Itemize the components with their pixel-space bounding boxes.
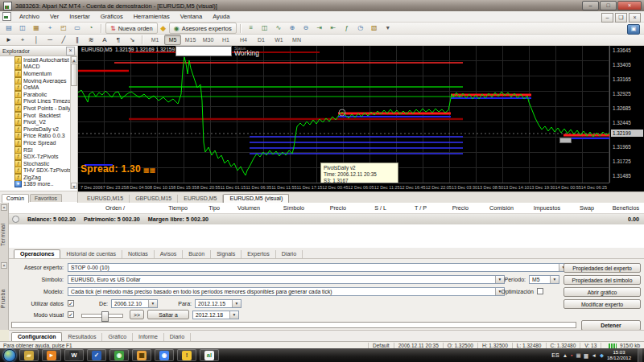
- drawing-tool-icon[interactable]: ∥: [71, 35, 84, 46]
- toolbar-icon[interactable]: ⇥: [313, 23, 326, 34]
- timeframe-m5[interactable]: M5: [164, 35, 181, 45]
- taskbar-app-button[interactable]: W: [64, 349, 84, 361]
- mdi-restore-button[interactable]: ❏: [615, 13, 627, 23]
- toolbar-icon[interactable]: ◔: [85, 23, 97, 34]
- mdi-close-button[interactable]: ×: [629, 13, 641, 23]
- timeframe-m15[interactable]: M15: [182, 35, 199, 45]
- terminal-side-tab[interactable]: Terminal: [0, 214, 8, 256]
- indicator-item[interactable]: ƒ Pivot Lines Timezone: [14, 98, 72, 105]
- toolbar-icon[interactable]: ◫: [258, 23, 271, 34]
- column-header[interactable]: Volumen: [225, 204, 265, 212]
- tester-tab-configuracion[interactable]: Configuración: [11, 332, 62, 341]
- skip-button[interactable]: >>: [130, 310, 144, 319]
- drawing-tool-icon[interactable]: ╱: [57, 35, 70, 46]
- terminal-tab-noticias[interactable]: Noticias: [122, 250, 155, 258]
- indicator-item[interactable]: ƒ Price Ratio 0.0.3: [14, 133, 72, 140]
- tester-tab-informe[interactable]: Informe: [133, 333, 164, 341]
- timeframe-w1[interactable]: W1: [270, 35, 287, 45]
- toolbar-icon[interactable]: ◷: [354, 23, 367, 34]
- column-header[interactable]: Símbolo: [265, 204, 309, 212]
- indicator-item[interactable]: ƒ Momentum: [14, 70, 72, 77]
- from-date-select[interactable]: 2006.12.10▾: [111, 299, 158, 308]
- modify-expert-button[interactable]: Modificar experto: [564, 299, 641, 309]
- taskbar-app-button[interactable]: ✓: [87, 349, 106, 361]
- toolbar-icon[interactable]: ≡: [245, 23, 258, 34]
- timeframe-mn[interactable]: MN: [288, 35, 305, 45]
- column-header[interactable]: Tipo: [192, 204, 225, 212]
- menu-herramientas[interactable]: Herramientas: [129, 12, 175, 21]
- model-select[interactable]: Cada tick (el método más preciso basado …: [68, 287, 505, 296]
- toolbar-icon[interactable]: +: [43, 23, 56, 34]
- indicator-item[interactable]: ƒ Moving Averages: [14, 77, 72, 84]
- navigator-scrollbar[interactable]: ▲ ▼: [70, 56, 77, 189]
- drawing-tool-icon[interactable]: ↘: [126, 35, 138, 46]
- scroll-thumb[interactable]: [71, 64, 77, 86]
- period-select[interactable]: M5▾: [529, 275, 559, 284]
- toolbar-icon[interactable]: ◰: [57, 23, 70, 34]
- taskbar-app-button[interactable]: !: [177, 349, 196, 361]
- to-date-select[interactable]: 2012.12.15▾: [195, 299, 242, 308]
- terminal-tab-expertos[interactable]: Expertos: [242, 250, 276, 258]
- indicator-item[interactable]: ƒ Install Autochartist: [14, 56, 72, 64]
- open-chart-button[interactable]: Abrir gráfico: [564, 287, 641, 297]
- indicator-item[interactable]: ƒ Stochastic: [14, 160, 72, 167]
- taskbar-app-button[interactable]: ▦: [132, 349, 151, 361]
- indicator-item[interactable]: ƒ RSI: [14, 146, 72, 154]
- indicator-item[interactable]: ƒ Pivot Points - Daily 9: [14, 105, 72, 112]
- use-date-checkbox[interactable]: ✓: [68, 300, 74, 306]
- menu-archivo[interactable]: Archivo: [14, 12, 44, 21]
- column-header[interactable]: Precio: [309, 204, 351, 212]
- terminal-tab-diario[interactable]: Diario: [276, 250, 303, 258]
- indicator-item[interactable]: ƒ Pivot_Backtest: [14, 112, 72, 119]
- menu-ventana[interactable]: Ventana: [175, 12, 208, 21]
- drawing-tool-icon[interactable]: │: [30, 35, 43, 46]
- jump-date-select[interactable]: 2012.12.18▾: [192, 311, 239, 319]
- terminal-close-icon[interactable]: ×: [1, 204, 7, 211]
- menu-insertar[interactable]: Insertar: [64, 12, 94, 21]
- symbol-select[interactable]: EURUSD, Euro vs US Dollar▾: [68, 275, 505, 284]
- tester-side-tab[interactable]: Prueba: [0, 272, 8, 325]
- column-header[interactable]: Orden /: [9, 204, 130, 212]
- indicator-item[interactable]: ƒ Pivot_V2: [14, 118, 72, 125]
- taskbar-app-button[interactable]: ►: [42, 349, 61, 361]
- drawing-tool-icon[interactable]: ─: [43, 35, 56, 46]
- column-header[interactable]: Tiempo: [130, 204, 192, 212]
- column-header[interactable]: Swap: [565, 204, 599, 212]
- price-chart[interactable]: EURUSD,M5 1.32159 1.32169 1.32159 1.3216…: [78, 46, 609, 183]
- tray-icon[interactable]: ▪: [571, 352, 572, 358]
- diamond-icon[interactable]: ◆: [159, 24, 168, 32]
- maximize-button[interactable]: □: [600, 1, 617, 10]
- timeframe-d1[interactable]: D1: [253, 35, 270, 45]
- scroll-up-icon[interactable]: ▲: [71, 56, 77, 63]
- toolbar-icon[interactable]: ▤: [2, 23, 15, 34]
- community-button[interactable]: ▣: [627, 24, 640, 35]
- terminal-tab-operaciones[interactable]: Operaciones: [14, 249, 60, 258]
- visual-speed-slider[interactable]: [81, 314, 123, 318]
- toolbar-icon[interactable]: ⊖: [299, 23, 312, 34]
- drawing-tool-icon[interactable]: +: [16, 35, 29, 46]
- title-bar[interactable]: 3883263: Alpari NZ MT4 - Cuenta de demos…: [0, 0, 644, 11]
- column-header[interactable]: Beneficios: [599, 204, 644, 212]
- toolbar-icon[interactable]: ▾: [382, 23, 394, 34]
- indicator-item[interactable]: ● 1389 more..: [14, 181, 72, 188]
- tray-icon[interactable]: ◄: [592, 352, 597, 358]
- toolbar-icon[interactable]: ⊕: [286, 23, 299, 34]
- toolbar-icon[interactable]: ▭: [71, 23, 84, 34]
- mdi-minimize-button[interactable]: –: [601, 13, 613, 23]
- timeframe-h4[interactable]: H4: [235, 35, 252, 45]
- column-header[interactable]: S / L: [351, 204, 391, 212]
- expert-properties-button[interactable]: Propiedades del experto: [564, 263, 641, 273]
- optimization-checkbox[interactable]: [537, 288, 543, 294]
- chart-tab-gbpusd-m15[interactable]: GBPUSD,M15: [130, 195, 178, 203]
- menu-ver[interactable]: Ver: [45, 12, 64, 21]
- price-axis[interactable]: 1.32199 1.336451.334051.331651.329251.32…: [609, 46, 644, 183]
- menu-ayuda[interactable]: Ayuda: [208, 12, 234, 21]
- timeframe-m1[interactable]: M1: [147, 35, 163, 45]
- show-desktop-button[interactable]: [638, 348, 642, 362]
- chart-tab-eurusd-m5-visual[interactable]: EURUSD,M5 (visual): [223, 194, 289, 203]
- close-button[interactable]: ×: [617, 1, 642, 10]
- navigator-close-icon[interactable]: ×: [66, 47, 75, 56]
- expert-select[interactable]: STOP 0-00 (10)▾: [68, 263, 568, 272]
- taskbar-clock[interactable]: 15:03 18/12/2012: [607, 350, 634, 361]
- drawing-tool-icon[interactable]: ≋: [85, 35, 97, 46]
